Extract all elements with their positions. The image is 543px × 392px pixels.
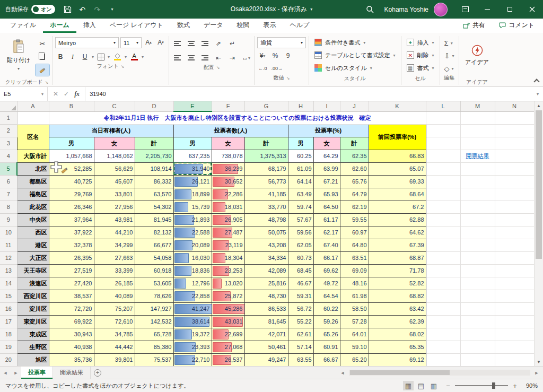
cell-F19[interactable]: 27,068 (212, 341, 244, 353)
col-header-N[interactable]: N (495, 101, 534, 111)
cell-M20[interactable] (460, 353, 495, 366)
undo-button[interactable]: ↶ (75, 3, 89, 16)
cell-F12[interactable]: 18,304 (212, 251, 244, 264)
zoom-out-button[interactable]: − (445, 382, 451, 390)
row-header-16[interactable]: 16 (0, 302, 17, 315)
cell-A16[interactable]: 淀川区 (17, 302, 49, 315)
cell-B9[interactable]: 37,964 (49, 213, 94, 226)
cell-K12[interactable]: 68.87 (369, 251, 426, 264)
row-header-7[interactable]: 7 (0, 188, 17, 201)
cell-B8[interactable]: 26,346 (49, 201, 94, 213)
cell-J18[interactable]: 64.01 (340, 328, 369, 341)
cell-F8[interactable]: 18,031 (212, 201, 244, 213)
cell-G8[interactable]: 33,770 (244, 201, 288, 213)
row-header-5[interactable]: 5 (0, 162, 17, 175)
cell-D16[interactable]: 147,927 (135, 302, 173, 315)
insert-cells-button[interactable]: +挿入▾ (404, 36, 437, 49)
page-break-preview-button[interactable]: ▥ (428, 381, 439, 390)
cell-G13[interactable]: 42,089 (244, 264, 288, 277)
cell-F17[interactable]: 43,031 (212, 315, 244, 328)
cell-B7[interactable]: 29,769 (49, 188, 94, 201)
col-header-I[interactable]: I (313, 101, 340, 111)
cell-D5[interactable]: 108,914 (135, 162, 173, 175)
cell-M15[interactable] (460, 290, 495, 302)
cell-H6[interactable]: 64.14 (288, 175, 313, 188)
autosum-button[interactable]: Σ▾ (443, 38, 456, 48)
align-bottom-button[interactable] (199, 38, 210, 49)
cell-H4[interactable]: 60.25 (288, 150, 313, 162)
format-painter-button[interactable] (36, 64, 49, 76)
cell-A13[interactable]: 天王寺区 (17, 264, 49, 277)
cell-D8[interactable]: 54,302 (135, 201, 173, 213)
cell-M6[interactable] (460, 175, 495, 188)
document-title[interactable]: Osaka2020.xlsx - 保存済み ▾ (231, 5, 312, 14)
cell-C20[interactable]: 39,801 (94, 353, 135, 366)
cell-E16[interactable]: 41,247 (173, 302, 212, 315)
align-top-button[interactable] (172, 38, 182, 49)
cell-K17[interactable]: 62.39 (369, 315, 426, 328)
col-header-A[interactable]: A (17, 101, 49, 111)
cell-F15[interactable]: 25,872 (212, 290, 244, 302)
merge-center-button[interactable]: ↔▾ (241, 53, 251, 63)
cell-H16[interactable]: 56.72 (288, 302, 313, 315)
cell-N3[interactable] (495, 137, 534, 150)
share-button[interactable]: 共有 (458, 19, 491, 31)
col-header-K[interactable]: K (369, 101, 426, 111)
cell-F13[interactable]: 23,253 (212, 264, 244, 277)
cell-M4[interactable]: 開票結果 (460, 150, 495, 162)
cell-A2[interactable]: 区名 (17, 124, 49, 150)
tab-review[interactable]: 校閲 (230, 18, 257, 33)
percent-style-button[interactable]: % (270, 50, 281, 61)
tab-file[interactable]: ファイル (3, 18, 43, 33)
format-cells-button[interactable]: ▦書式▾ (404, 62, 437, 74)
cell-M13[interactable] (460, 264, 495, 277)
cell-N19[interactable] (495, 341, 534, 353)
hscroll-right-arrow-icon[interactable]: ► (531, 370, 542, 376)
cell-J17[interactable]: 57.28 (340, 315, 369, 328)
clipboard-dialog-launcher[interactable]: ↘ (45, 80, 49, 85)
cell-J10[interactable]: 60.97 (340, 226, 369, 239)
cell-D4[interactable]: 2,205,730 (135, 150, 173, 162)
cell-K6[interactable]: 69.33 (369, 175, 426, 188)
vertical-scroll-track[interactable] (535, 110, 543, 358)
cell-C8[interactable]: 27,956 (94, 201, 135, 213)
comma-style-button[interactable]: 9 (283, 50, 293, 61)
row-header-8[interactable]: 8 (0, 201, 17, 213)
cell-J19[interactable]: 59.10 (340, 341, 369, 353)
cell-N17[interactable] (495, 315, 534, 328)
tab-formulas[interactable]: 数式 (170, 18, 197, 33)
cell-L17[interactable] (426, 315, 460, 328)
cell-G19[interactable]: 50,461 (244, 341, 288, 353)
paste-button[interactable]: 貼り付け ▾ (4, 35, 33, 75)
cell-I14[interactable]: 49.72 (313, 277, 340, 290)
cell-E4[interactable]: 637,235 (173, 150, 212, 162)
close-button[interactable] (521, 0, 543, 19)
cell-L14[interactable] (426, 277, 460, 290)
cell-N1[interactable] (495, 111, 534, 124)
cell-D14[interactable]: 53,605 (135, 277, 173, 290)
cell-M12[interactable] (460, 251, 495, 264)
avatar[interactable] (434, 3, 448, 16)
col-header-D[interactable]: D (135, 101, 173, 111)
cell-E14[interactable]: 12,796 (173, 277, 212, 290)
row-header-10[interactable]: 10 (0, 226, 17, 239)
cell-K9[interactable]: 62.88 (369, 213, 426, 226)
conditional-formatting-button[interactable]: 条件付き書式▾ (312, 36, 398, 49)
cell-C16[interactable]: 75,207 (94, 302, 135, 315)
clear-button[interactable]: ◇▾ (443, 63, 456, 74)
cell-J6[interactable]: 65.76 (340, 175, 369, 188)
cell-J3[interactable]: 計 (340, 137, 369, 150)
cell-B12[interactable]: 26,395 (49, 251, 94, 264)
cell-M3[interactable] (460, 137, 495, 150)
cell-F6[interactable]: 30,652 (212, 175, 244, 188)
cell-K13[interactable]: 71.78 (369, 264, 426, 277)
align-center-button[interactable] (186, 53, 196, 63)
cell-C14[interactable]: 26,185 (94, 277, 135, 290)
font-color-chevron-icon[interactable]: ▾ (142, 55, 144, 59)
cell-E2[interactable]: 投票者数(人) (173, 124, 288, 137)
cell-E15[interactable]: 22,858 (173, 290, 212, 302)
vertical-scrollbar[interactable]: ▲ ▼ (534, 101, 543, 366)
cell-K20[interactable]: 69.12 (369, 353, 426, 366)
cell-F16[interactable]: 45,286 (212, 302, 244, 315)
cell-M11[interactable] (460, 239, 495, 251)
